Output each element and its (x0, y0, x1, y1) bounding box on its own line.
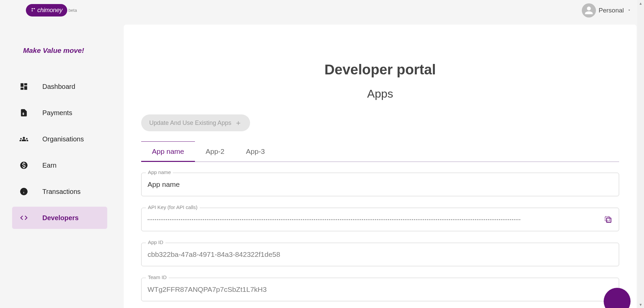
tab-label: App-3 (246, 147, 265, 155)
sidebar-item-transactions[interactable]: Transactions (12, 180, 107, 203)
sidebar-item-payments[interactable]: Payments (12, 102, 107, 124)
sidebar-item-label: Transactions (42, 188, 81, 196)
update-existing-apps-button[interactable]: Update And Use Existing Apps ＋ (141, 114, 250, 131)
copy-icon (604, 215, 612, 224)
main-content: Developer portal Apps Update And Use Exi… (124, 25, 637, 308)
tagline: Make Value move! (0, 46, 107, 55)
chevron-down-icon (627, 7, 631, 13)
field-label: App name (146, 169, 173, 175)
tab-app-2[interactable]: App-2 (195, 141, 235, 162)
user-icon (584, 6, 594, 15)
page-subtitle: Apps (124, 87, 637, 100)
plus-icon: ＋ (235, 119, 242, 127)
field-team-id: Team ID (141, 278, 619, 301)
sidebar-item-label: Dashboard (42, 83, 75, 91)
logo-mark-icon (31, 7, 36, 14)
sidebar-item-label: Developers (42, 214, 79, 222)
beta-badge: beta (69, 8, 77, 13)
logo-container[interactable]: chimoney beta (26, 4, 77, 16)
transactions-icon (19, 187, 28, 196)
earn-icon (19, 161, 28, 170)
developers-icon (19, 213, 28, 222)
logo-text: chimoney (37, 7, 63, 14)
tab-app-name[interactable]: App name (141, 141, 195, 162)
field-label: API Key (for API calls) (146, 204, 200, 210)
sidebar-item-label: Organisations (42, 135, 84, 143)
window-scrollbar[interactable]: ▲ ▼ (637, 0, 644, 308)
field-input-wrap (141, 243, 619, 266)
sidebar-item-dashboard[interactable]: Dashboard (12, 75, 107, 98)
tab-app-3[interactable]: App-3 (235, 141, 276, 162)
account-name: Personal (599, 7, 624, 14)
field-input-wrap (141, 278, 619, 301)
copy-api-key-button[interactable] (604, 215, 613, 224)
sidebar-item-earn[interactable]: Earn (12, 154, 107, 176)
account-switcher[interactable]: Personal (582, 3, 631, 18)
payments-icon (19, 108, 28, 117)
sidebar-item-organisations[interactable]: Organisations (12, 128, 107, 150)
avatar (582, 3, 596, 18)
sidebar-item-developers[interactable]: Developers (12, 207, 107, 229)
scroll-up-icon[interactable]: ▲ (637, 0, 644, 7)
app-header: chimoney beta Personal (0, 0, 644, 21)
update-button-label: Update And Use Existing Apps (149, 119, 231, 127)
api-key-input[interactable] (148, 218, 600, 221)
field-app-id: App ID (141, 243, 619, 266)
organisations-icon (19, 135, 28, 143)
tab-label: App-2 (206, 147, 225, 155)
logo: chimoney (26, 4, 67, 16)
sidebar-item-label: Earn (42, 162, 56, 169)
field-app-name: App name (141, 173, 619, 196)
app-name-input[interactable] (148, 180, 613, 189)
scroll-down-icon[interactable]: ▼ (637, 301, 644, 308)
sidebar-item-label: Payments (42, 109, 72, 117)
app-id-input[interactable] (148, 250, 613, 259)
page-title: Developer portal (124, 62, 637, 78)
tab-label: App name (152, 147, 184, 155)
app-form: App name API Key (for API calls) App ID (141, 173, 619, 301)
field-api-key: API Key (for API calls) (141, 208, 619, 231)
field-input-wrap (141, 173, 619, 196)
team-id-input[interactable] (148, 285, 613, 294)
nav-list: Dashboard Payments Organisations Earn Tr (0, 75, 107, 229)
field-label: Team ID (146, 274, 169, 280)
field-input-wrap (141, 208, 619, 231)
sidebar: Make Value move! Dashboard Payments Orga… (0, 30, 124, 308)
field-label: App ID (146, 239, 165, 245)
app-tabs: App name App-2 App-3 (141, 141, 619, 162)
dashboard-icon (19, 82, 28, 91)
svg-rect-5 (607, 218, 611, 223)
